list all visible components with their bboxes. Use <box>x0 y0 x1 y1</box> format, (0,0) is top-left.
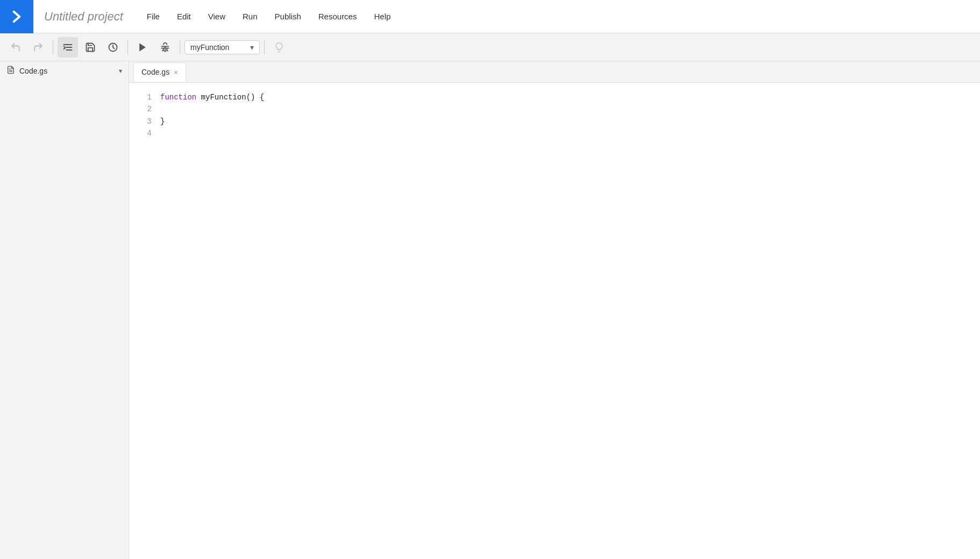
function-selector[interactable]: myFunction ▾ <box>184 40 260 54</box>
function-name: myFunction <box>190 43 229 52</box>
file-icon <box>6 66 15 76</box>
project-title: Untitled project <box>44 10 123 24</box>
undo-button[interactable] <box>5 37 26 58</box>
indent-button[interactable] <box>58 37 78 58</box>
separator-2 <box>127 40 128 55</box>
top-bar: Untitled project File Edit View Run Publ… <box>0 0 980 33</box>
lightbulb-button[interactable] <box>269 37 289 58</box>
history-button[interactable] <box>103 37 123 58</box>
sidebar: Code.gs ▾ <box>0 61 129 559</box>
tab-close-icon[interactable]: × <box>174 69 178 76</box>
svg-marker-4 <box>139 43 146 51</box>
main-area: Code.gs ▾ Code.gs × 1 2 3 4 function myF… <box>0 61 980 559</box>
line-numbers: 1 2 3 4 <box>129 83 156 559</box>
menu-help[interactable]: Help <box>366 9 398 24</box>
line-number-2: 2 <box>138 103 152 115</box>
run-button[interactable] <box>132 37 153 58</box>
separator-1 <box>53 40 53 55</box>
toolbar: myFunction ▾ <box>0 33 980 61</box>
keyword-function: function <box>160 93 196 102</box>
menu-bar: File Edit View Run Publish Resources Hel… <box>139 9 399 24</box>
tab-label: Code.gs <box>141 68 169 76</box>
debug-button[interactable] <box>155 37 175 58</box>
menu-file[interactable]: File <box>139 9 167 24</box>
line-number-3: 3 <box>138 116 152 127</box>
chevron-down-icon: ▾ <box>250 43 254 52</box>
separator-3 <box>180 40 180 55</box>
tab-code-gs[interactable]: Code.gs × <box>133 62 186 82</box>
file-name: Code.gs <box>19 67 115 75</box>
menu-run[interactable]: Run <box>235 9 265 24</box>
line-number-4: 4 <box>138 127 152 139</box>
menu-edit[interactable]: Edit <box>169 9 198 24</box>
separator-4 <box>264 40 265 55</box>
logo-button[interactable] <box>0 0 33 33</box>
menu-view[interactable]: View <box>201 9 233 24</box>
file-dropdown-icon: ▾ <box>119 67 122 75</box>
code-area[interactable]: function myFunction() { } <box>156 83 980 559</box>
tab-bar: Code.gs × <box>129 61 980 83</box>
save-button[interactable] <box>80 37 101 58</box>
editor-content[interactable]: 1 2 3 4 function myFunction() { } <box>129 83 980 559</box>
sidebar-item-code-gs[interactable]: Code.gs ▾ <box>0 61 129 81</box>
line-number-1: 1 <box>138 91 152 103</box>
redo-button[interactable] <box>28 37 48 58</box>
editor-area: Code.gs × 1 2 3 4 function myFunction() … <box>129 61 980 559</box>
menu-resources[interactable]: Resources <box>311 9 365 24</box>
menu-publish[interactable]: Publish <box>267 9 309 24</box>
